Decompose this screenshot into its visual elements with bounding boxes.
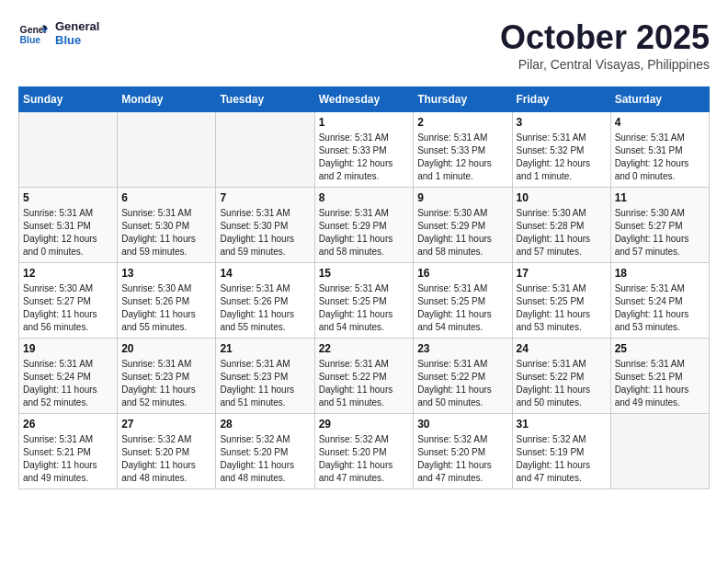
weekday-header-friday: Friday (512, 87, 610, 112)
weekday-header-sunday: Sunday (19, 87, 118, 112)
calendar-week-row: 19Sunrise: 5:31 AMSunset: 5:24 PMDayligh… (19, 339, 710, 414)
day-number: 6 (121, 191, 211, 204)
table-row: 4Sunrise: 5:31 AMSunset: 5:31 PMDaylight… (610, 112, 709, 188)
page-header: General Blue General Blue October 2025 P… (18, 18, 710, 72)
day-number: 26 (23, 418, 113, 431)
table-row: 30Sunrise: 5:32 AMSunset: 5:20 PMDayligh… (414, 414, 512, 489)
table-row: 7Sunrise: 5:31 AMSunset: 5:30 PMDaylight… (216, 188, 314, 263)
day-info: Sunrise: 5:31 AMSunset: 5:22 PMDaylight:… (319, 358, 410, 409)
day-info: Sunrise: 5:32 AMSunset: 5:20 PMDaylight:… (220, 433, 310, 485)
logo-text-general: General (55, 19, 99, 33)
weekday-header-saturday: Saturday (610, 87, 709, 112)
table-row: 28Sunrise: 5:32 AMSunset: 5:20 PMDayligh… (216, 414, 314, 489)
table-row: 10Sunrise: 5:30 AMSunset: 5:28 PMDayligh… (512, 188, 610, 263)
day-number: 4 (615, 116, 705, 129)
table-row: 14Sunrise: 5:31 AMSunset: 5:26 PMDayligh… (216, 263, 314, 339)
table-row: 16Sunrise: 5:31 AMSunset: 5:25 PMDayligh… (414, 263, 512, 339)
table-row: 2Sunrise: 5:31 AMSunset: 5:33 PMDaylight… (414, 112, 512, 188)
day-info: Sunrise: 5:31 AMSunset: 5:25 PMDaylight:… (517, 282, 607, 334)
day-number: 9 (417, 191, 507, 204)
day-number: 12 (23, 267, 113, 280)
table-row: 13Sunrise: 5:30 AMSunset: 5:26 PMDayligh… (118, 263, 216, 339)
day-info: Sunrise: 5:30 AMSunset: 5:26 PMDaylight:… (121, 282, 211, 334)
table-row: 3Sunrise: 5:31 AMSunset: 5:32 PMDaylight… (512, 112, 610, 188)
day-number: 8 (319, 191, 410, 204)
day-number: 11 (615, 191, 705, 204)
table-row: 21Sunrise: 5:31 AMSunset: 5:23 PMDayligh… (216, 339, 314, 414)
weekday-header-monday: Monday (118, 87, 216, 112)
day-info: Sunrise: 5:31 AMSunset: 5:23 PMDaylight:… (121, 358, 211, 409)
day-number: 16 (417, 267, 507, 280)
day-number: 28 (220, 418, 310, 431)
title-block: October 2025 Pilar, Central Visayas, Phi… (500, 18, 710, 72)
day-number: 23 (417, 342, 507, 355)
day-number: 18 (615, 267, 705, 280)
calendar-week-row: 1Sunrise: 5:31 AMSunset: 5:33 PMDaylight… (19, 112, 710, 188)
day-number: 19 (23, 342, 113, 355)
day-number: 3 (517, 116, 607, 129)
table-row: 31Sunrise: 5:32 AMSunset: 5:19 PMDayligh… (512, 414, 610, 489)
day-number: 30 (417, 418, 507, 431)
day-info: Sunrise: 5:30 AMSunset: 5:29 PMDaylight:… (417, 207, 507, 259)
month-title: October 2025 (500, 18, 710, 57)
table-row: 25Sunrise: 5:31 AMSunset: 5:21 PMDayligh… (610, 339, 709, 414)
table-row: 24Sunrise: 5:31 AMSunset: 5:22 PMDayligh… (512, 339, 610, 414)
day-info: Sunrise: 5:30 AMSunset: 5:27 PMDaylight:… (23, 282, 113, 334)
table-row: 15Sunrise: 5:31 AMSunset: 5:25 PMDayligh… (314, 263, 414, 339)
calendar-week-row: 26Sunrise: 5:31 AMSunset: 5:21 PMDayligh… (19, 414, 710, 489)
logo-icon: General Blue (18, 18, 48, 48)
table-row: 23Sunrise: 5:31 AMSunset: 5:22 PMDayligh… (414, 339, 512, 414)
day-number: 25 (615, 342, 705, 355)
day-number: 20 (121, 342, 211, 355)
day-info: Sunrise: 5:31 AMSunset: 5:33 PMDaylight:… (319, 132, 410, 183)
table-row (118, 112, 216, 188)
day-number: 10 (517, 191, 607, 204)
table-row (610, 414, 709, 489)
location-subtitle: Pilar, Central Visayas, Philippines (500, 57, 710, 72)
table-row: 6Sunrise: 5:31 AMSunset: 5:30 PMDaylight… (118, 188, 216, 263)
table-row: 22Sunrise: 5:31 AMSunset: 5:22 PMDayligh… (314, 339, 414, 414)
day-number: 22 (319, 342, 410, 355)
table-row: 26Sunrise: 5:31 AMSunset: 5:21 PMDayligh… (19, 414, 118, 489)
logo: General Blue General Blue (18, 18, 99, 48)
day-number: 7 (220, 191, 310, 204)
logo-text-blue: Blue (55, 33, 99, 47)
day-number: 2 (417, 116, 507, 129)
day-number: 31 (517, 418, 607, 431)
weekday-header-tuesday: Tuesday (216, 87, 314, 112)
day-info: Sunrise: 5:31 AMSunset: 5:21 PMDaylight:… (615, 358, 705, 409)
day-info: Sunrise: 5:31 AMSunset: 5:30 PMDaylight:… (121, 207, 211, 259)
day-info: Sunrise: 5:30 AMSunset: 5:27 PMDaylight:… (615, 207, 705, 259)
day-info: Sunrise: 5:32 AMSunset: 5:20 PMDaylight:… (319, 433, 410, 485)
svg-text:Blue: Blue (20, 35, 41, 45)
table-row: 8Sunrise: 5:31 AMSunset: 5:29 PMDaylight… (314, 188, 414, 263)
table-row: 11Sunrise: 5:30 AMSunset: 5:27 PMDayligh… (610, 188, 709, 263)
day-info: Sunrise: 5:32 AMSunset: 5:20 PMDaylight:… (417, 433, 507, 485)
day-info: Sunrise: 5:31 AMSunset: 5:29 PMDaylight:… (319, 207, 410, 259)
day-info: Sunrise: 5:32 AMSunset: 5:20 PMDaylight:… (121, 433, 211, 485)
table-row: 27Sunrise: 5:32 AMSunset: 5:20 PMDayligh… (118, 414, 216, 489)
day-info: Sunrise: 5:31 AMSunset: 5:25 PMDaylight:… (417, 282, 507, 334)
day-number: 5 (23, 191, 113, 204)
day-number: 15 (319, 267, 410, 280)
day-info: Sunrise: 5:31 AMSunset: 5:31 PMDaylight:… (615, 132, 705, 183)
day-info: Sunrise: 5:31 AMSunset: 5:23 PMDaylight:… (220, 358, 310, 409)
table-row: 17Sunrise: 5:31 AMSunset: 5:25 PMDayligh… (512, 263, 610, 339)
day-info: Sunrise: 5:31 AMSunset: 5:24 PMDaylight:… (615, 282, 705, 334)
calendar-week-row: 5Sunrise: 5:31 AMSunset: 5:31 PMDaylight… (19, 188, 710, 263)
table-row: 12Sunrise: 5:30 AMSunset: 5:27 PMDayligh… (19, 263, 118, 339)
day-info: Sunrise: 5:31 AMSunset: 5:30 PMDaylight:… (220, 207, 310, 259)
day-number: 27 (121, 418, 211, 431)
table-row: 29Sunrise: 5:32 AMSunset: 5:20 PMDayligh… (314, 414, 414, 489)
day-info: Sunrise: 5:31 AMSunset: 5:31 PMDaylight:… (23, 207, 113, 259)
day-number: 17 (517, 267, 607, 280)
table-row: 20Sunrise: 5:31 AMSunset: 5:23 PMDayligh… (118, 339, 216, 414)
day-number: 21 (220, 342, 310, 355)
day-info: Sunrise: 5:31 AMSunset: 5:25 PMDaylight:… (319, 282, 410, 334)
day-number: 29 (319, 418, 410, 431)
weekday-header-row: SundayMondayTuesdayWednesdayThursdayFrid… (19, 87, 710, 112)
day-info: Sunrise: 5:31 AMSunset: 5:32 PMDaylight:… (517, 132, 607, 183)
day-number: 24 (517, 342, 607, 355)
day-info: Sunrise: 5:31 AMSunset: 5:24 PMDaylight:… (23, 358, 113, 409)
day-info: Sunrise: 5:31 AMSunset: 5:26 PMDaylight:… (220, 282, 310, 334)
